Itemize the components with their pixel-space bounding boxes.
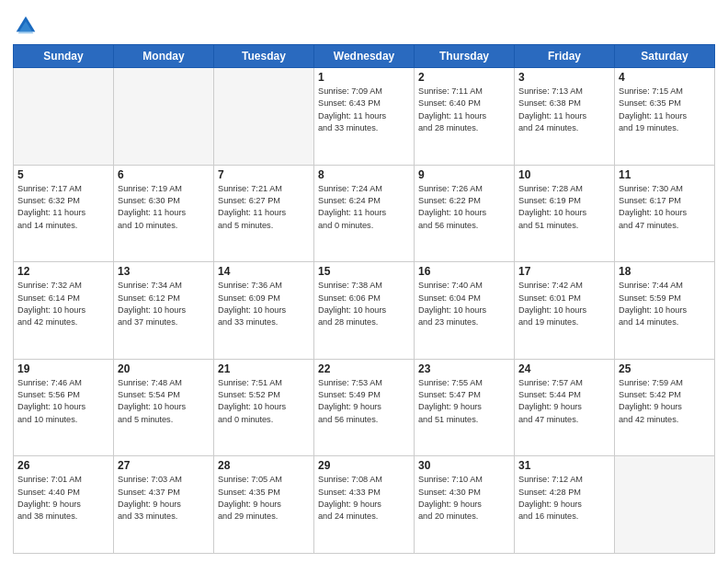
day-number: 5 <box>17 168 109 181</box>
day-number: 14 <box>218 265 310 278</box>
day-info: Sunrise: 7:44 AM Sunset: 5:59 PM Dayligh… <box>619 280 711 328</box>
calendar-header-row: SundayMondayTuesdayWednesdayThursdayFrid… <box>14 45 715 68</box>
day-number: 8 <box>318 168 410 181</box>
day-info: Sunrise: 7:48 AM Sunset: 5:54 PM Dayligh… <box>118 377 210 426</box>
day-number: 17 <box>518 265 610 278</box>
day-info: Sunrise: 7:17 AM Sunset: 6:32 PM Dayligh… <box>17 183 109 232</box>
calendar-cell: 1Sunrise: 7:09 AM Sunset: 6:43 PM Daylig… <box>314 68 415 166</box>
calendar-cell: 4Sunrise: 7:15 AM Sunset: 6:35 PM Daylig… <box>615 68 715 166</box>
day-number: 26 <box>17 459 109 472</box>
day-number: 30 <box>418 459 510 472</box>
calendar-cell: 8Sunrise: 7:24 AM Sunset: 6:24 PM Daylig… <box>314 165 415 262</box>
day-of-week-header: Thursday <box>415 45 515 68</box>
calendar-cell: 3Sunrise: 7:13 AM Sunset: 6:38 PM Daylig… <box>515 68 615 166</box>
day-info: Sunrise: 7:01 AM Sunset: 4:40 PM Dayligh… <box>17 474 109 523</box>
day-number: 24 <box>518 362 610 375</box>
day-number: 20 <box>118 362 210 375</box>
day-info: Sunrise: 7:55 AM Sunset: 5:47 PM Dayligh… <box>418 377 510 426</box>
day-number: 31 <box>518 459 610 472</box>
day-info: Sunrise: 7:53 AM Sunset: 5:49 PM Dayligh… <box>318 377 410 426</box>
calendar-cell: 17Sunrise: 7:42 AM Sunset: 6:01 PM Dayli… <box>515 262 615 360</box>
day-of-week-header: Sunday <box>14 45 114 68</box>
day-info: Sunrise: 7:21 AM Sunset: 6:27 PM Dayligh… <box>218 183 310 232</box>
header <box>13 9 715 39</box>
day-info: Sunrise: 7:26 AM Sunset: 6:22 PM Dayligh… <box>418 183 510 232</box>
calendar-cell: 27Sunrise: 7:03 AM Sunset: 4:37 PM Dayli… <box>114 456 214 554</box>
calendar-cell: 23Sunrise: 7:55 AM Sunset: 5:47 PM Dayli… <box>415 359 515 456</box>
day-info: Sunrise: 7:08 AM Sunset: 4:33 PM Dayligh… <box>318 474 410 523</box>
day-info: Sunrise: 7:42 AM Sunset: 6:01 PM Dayligh… <box>518 280 610 328</box>
day-info: Sunrise: 7:09 AM Sunset: 6:43 PM Dayligh… <box>318 86 410 134</box>
day-info: Sunrise: 7:13 AM Sunset: 6:38 PM Dayligh… <box>518 86 610 134</box>
calendar-cell: 10Sunrise: 7:28 AM Sunset: 6:19 PM Dayli… <box>515 165 615 262</box>
day-number: 2 <box>418 71 510 84</box>
calendar-cell: 11Sunrise: 7:30 AM Sunset: 6:17 PM Dayli… <box>615 165 715 262</box>
day-number: 21 <box>218 362 310 375</box>
day-info: Sunrise: 7:11 AM Sunset: 6:40 PM Dayligh… <box>418 86 510 134</box>
day-number: 9 <box>418 168 510 181</box>
calendar-cell: 9Sunrise: 7:26 AM Sunset: 6:22 PM Daylig… <box>415 165 515 262</box>
logo-icon <box>13 13 39 39</box>
day-number: 25 <box>619 362 711 375</box>
calendar-cell: 16Sunrise: 7:40 AM Sunset: 6:04 PM Dayli… <box>415 262 515 360</box>
day-number: 6 <box>118 168 210 181</box>
day-number: 1 <box>318 71 410 84</box>
calendar-cell: 31Sunrise: 7:12 AM Sunset: 4:28 PM Dayli… <box>515 456 615 554</box>
calendar-cell: 28Sunrise: 7:05 AM Sunset: 4:35 PM Dayli… <box>214 456 314 554</box>
day-info: Sunrise: 7:03 AM Sunset: 4:37 PM Dayligh… <box>118 474 210 523</box>
calendar-cell <box>214 68 314 166</box>
page: SundayMondayTuesdayWednesdayThursdayFrid… <box>0 0 728 563</box>
day-number: 22 <box>318 362 410 375</box>
calendar-week-row: 19Sunrise: 7:46 AM Sunset: 5:56 PM Dayli… <box>14 359 715 456</box>
day-info: Sunrise: 7:36 AM Sunset: 6:09 PM Dayligh… <box>218 280 310 328</box>
day-info: Sunrise: 7:40 AM Sunset: 6:04 PM Dayligh… <box>418 280 510 328</box>
calendar-cell: 5Sunrise: 7:17 AM Sunset: 6:32 PM Daylig… <box>14 165 114 262</box>
calendar-cell: 21Sunrise: 7:51 AM Sunset: 5:52 PM Dayli… <box>214 359 314 456</box>
calendar-cell: 15Sunrise: 7:38 AM Sunset: 6:06 PM Dayli… <box>314 262 415 360</box>
day-number: 18 <box>619 265 711 278</box>
calendar-week-row: 5Sunrise: 7:17 AM Sunset: 6:32 PM Daylig… <box>14 165 715 262</box>
day-info: Sunrise: 7:46 AM Sunset: 5:56 PM Dayligh… <box>17 377 109 426</box>
day-info: Sunrise: 7:19 AM Sunset: 6:30 PM Dayligh… <box>118 183 210 232</box>
day-number: 4 <box>619 71 711 84</box>
day-number: 11 <box>619 168 711 181</box>
day-of-week-header: Tuesday <box>214 45 314 68</box>
calendar-cell: 24Sunrise: 7:57 AM Sunset: 5:44 PM Dayli… <box>515 359 615 456</box>
calendar-cell <box>615 456 715 554</box>
day-number: 29 <box>318 459 410 472</box>
day-number: 13 <box>118 265 210 278</box>
calendar-week-row: 1Sunrise: 7:09 AM Sunset: 6:43 PM Daylig… <box>14 68 715 166</box>
calendar-week-row: 12Sunrise: 7:32 AM Sunset: 6:14 PM Dayli… <box>14 262 715 360</box>
day-info: Sunrise: 7:30 AM Sunset: 6:17 PM Dayligh… <box>619 183 711 232</box>
day-number: 10 <box>518 168 610 181</box>
day-number: 28 <box>218 459 310 472</box>
calendar-cell: 26Sunrise: 7:01 AM Sunset: 4:40 PM Dayli… <box>14 456 114 554</box>
day-info: Sunrise: 7:10 AM Sunset: 4:30 PM Dayligh… <box>418 474 510 523</box>
day-info: Sunrise: 7:24 AM Sunset: 6:24 PM Dayligh… <box>318 183 410 232</box>
calendar-cell: 6Sunrise: 7:19 AM Sunset: 6:30 PM Daylig… <box>114 165 214 262</box>
calendar-table: SundayMondayTuesdayWednesdayThursdayFrid… <box>13 44 715 554</box>
day-info: Sunrise: 7:59 AM Sunset: 5:42 PM Dayligh… <box>619 377 711 426</box>
day-number: 23 <box>418 362 510 375</box>
day-number: 7 <box>218 168 310 181</box>
day-of-week-header: Saturday <box>615 45 715 68</box>
day-info: Sunrise: 7:38 AM Sunset: 6:06 PM Dayligh… <box>318 280 410 328</box>
calendar-week-row: 26Sunrise: 7:01 AM Sunset: 4:40 PM Dayli… <box>14 456 715 554</box>
day-number: 12 <box>17 265 109 278</box>
day-number: 15 <box>318 265 410 278</box>
day-info: Sunrise: 7:12 AM Sunset: 4:28 PM Dayligh… <box>518 474 610 523</box>
day-of-week-header: Monday <box>114 45 214 68</box>
calendar-cell: 30Sunrise: 7:10 AM Sunset: 4:30 PM Dayli… <box>415 456 515 554</box>
calendar-cell: 14Sunrise: 7:36 AM Sunset: 6:09 PM Dayli… <box>214 262 314 360</box>
day-number: 3 <box>518 71 610 84</box>
calendar-cell <box>14 68 114 166</box>
day-number: 16 <box>418 265 510 278</box>
day-info: Sunrise: 7:34 AM Sunset: 6:12 PM Dayligh… <box>118 280 210 328</box>
logo <box>13 13 42 39</box>
day-info: Sunrise: 7:15 AM Sunset: 6:35 PM Dayligh… <box>619 86 711 134</box>
calendar-cell: 7Sunrise: 7:21 AM Sunset: 6:27 PM Daylig… <box>214 165 314 262</box>
day-info: Sunrise: 7:32 AM Sunset: 6:14 PM Dayligh… <box>17 280 109 328</box>
calendar-cell: 13Sunrise: 7:34 AM Sunset: 6:12 PM Dayli… <box>114 262 214 360</box>
calendar-cell: 29Sunrise: 7:08 AM Sunset: 4:33 PM Dayli… <box>314 456 415 554</box>
day-info: Sunrise: 7:51 AM Sunset: 5:52 PM Dayligh… <box>218 377 310 426</box>
